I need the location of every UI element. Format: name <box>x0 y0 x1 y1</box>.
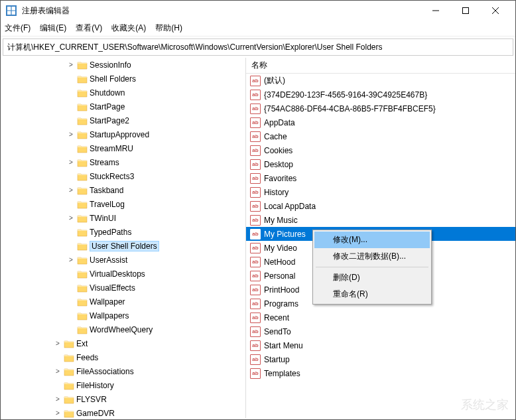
expand-icon[interactable]: > <box>54 409 62 417</box>
list-item[interactable]: abStartup <box>246 352 515 366</box>
list-item[interactable]: abFavorites <box>246 171 515 185</box>
tree-item-label: FLYSVR <box>76 395 107 404</box>
list-item[interactable]: abAppData <box>246 115 515 129</box>
value-name: {374DE290-123F-4565-9164-39C4925E467B} <box>264 90 427 100</box>
column-name: 名称 <box>251 60 267 71</box>
tree-item-label: Shell Folders <box>90 74 136 84</box>
menu-rename[interactable]: 重命名(R) <box>314 286 430 303</box>
folder-icon <box>77 214 88 223</box>
tree-item[interactable]: WordWheelQuery <box>1 322 245 336</box>
list-item[interactable]: abCache <box>246 129 515 143</box>
tree-item-label: Ext <box>76 339 88 348</box>
tree-item[interactable]: VirtualDesktops <box>1 267 245 281</box>
folder-icon <box>77 283 88 293</box>
list-item[interactable]: ab(默认) <box>246 74 515 88</box>
folder-icon <box>77 102 88 111</box>
list-item[interactable]: abCookies <box>246 143 515 157</box>
content-area: >SessionInfoShell FoldersShutdownStartPa… <box>1 58 515 418</box>
menu-file[interactable]: 文件(F) <box>5 23 31 34</box>
value-name: Startup <box>264 355 290 364</box>
tree-item[interactable]: User Shell Folders <box>1 239 245 253</box>
tree-item[interactable]: Feeds <box>1 350 245 364</box>
tree-item[interactable]: FileHistory <box>1 378 245 392</box>
string-value-icon: ab <box>250 76 261 86</box>
string-value-icon: ab <box>250 243 261 253</box>
list-item[interactable]: abTemplates <box>246 366 515 380</box>
list-item[interactable]: abDesktop <box>246 157 515 171</box>
tree-item[interactable]: StuckRects3 <box>1 169 245 183</box>
menu-edit[interactable]: 编辑(E) <box>40 23 66 34</box>
expand-icon[interactable]: > <box>54 340 62 347</box>
folder-icon <box>64 353 74 362</box>
tree-scroll[interactable]: >SessionInfoShell FoldersShutdownStartPa… <box>1 58 245 418</box>
list-item[interactable]: abRecent <box>246 311 515 324</box>
tree-item[interactable]: TypedPaths <box>1 225 245 239</box>
tree-item[interactable]: >SessionInfo <box>1 58 245 72</box>
expand-icon[interactable]: > <box>67 186 75 194</box>
expand-icon[interactable]: > <box>54 368 62 375</box>
tree-item[interactable]: StreamMRU <box>1 141 245 155</box>
expand-icon[interactable]: > <box>67 131 75 138</box>
menu-modify-binary[interactable]: 修改二进制数据(B)... <box>314 248 430 265</box>
context-menu: 修改(M)... 修改二进制数据(B)... 删除(D) 重命名(R) <box>312 230 432 305</box>
list-item[interactable]: ab{754AC886-DF64-4CBA-86B5-F7FBF4FBCEF5} <box>246 102 515 115</box>
value-name: (默认) <box>264 75 285 86</box>
tree-item[interactable]: >Streams <box>1 155 245 169</box>
tree-item[interactable]: Shutdown <box>1 86 245 100</box>
expand-icon[interactable]: > <box>54 395 62 403</box>
list-item[interactable]: ab{374DE290-123F-4565-9164-39C4925E467B} <box>246 88 515 102</box>
tree-item[interactable]: Wallpaper <box>1 295 245 309</box>
menu-delete[interactable]: 删除(D) <box>314 269 430 286</box>
list-item[interactable]: abStart Menu <box>246 338 515 352</box>
folder-icon <box>64 367 74 376</box>
list-header[interactable]: 名称 <box>246 58 515 74</box>
tree-item-label: StartupApproved <box>90 130 149 139</box>
maximize-button[interactable] <box>450 1 480 20</box>
tree-item-label: StartPage2 <box>90 116 129 125</box>
tree-item[interactable]: StartPage <box>1 100 245 113</box>
menu-view[interactable]: 查看(V) <box>76 23 102 34</box>
window-controls <box>420 1 510 20</box>
menu-help[interactable]: 帮助(H) <box>155 23 182 34</box>
folder-icon <box>77 311 88 320</box>
menu-favorites[interactable]: 收藏夹(A) <box>111 23 146 34</box>
folder-icon <box>64 339 74 348</box>
tree-item[interactable]: >Taskband <box>1 183 245 197</box>
string-value-icon: ab <box>250 145 261 156</box>
menu-modify[interactable]: 修改(M)... <box>314 232 430 248</box>
list-item[interactable]: abMy Music <box>246 213 515 227</box>
tree-item[interactable]: >TWinUI <box>1 211 245 225</box>
tree-item[interactable]: VisualEffects <box>1 281 245 295</box>
list-item[interactable]: abHistory <box>246 185 515 199</box>
tree-item[interactable]: >FileAssociations <box>1 364 245 378</box>
expand-icon[interactable]: > <box>67 256 75 263</box>
expand-icon[interactable]: > <box>67 159 75 166</box>
close-button[interactable] <box>480 1 510 20</box>
folder-icon <box>64 395 74 404</box>
string-value-icon: ab <box>250 354 261 365</box>
tree-item[interactable]: Shell Folders <box>1 72 245 86</box>
tree-item[interactable]: >FLYSVR <box>1 392 245 406</box>
value-name: Local AppData <box>264 202 316 211</box>
value-name: Templates <box>264 369 300 378</box>
tree-item[interactable]: Wallpapers <box>1 309 245 322</box>
tree-item-label: FileHistory <box>76 381 114 390</box>
tree-item[interactable]: >Ext <box>1 336 245 350</box>
tree-item-label: TypedPaths <box>90 228 131 237</box>
minimize-button[interactable] <box>420 1 450 20</box>
tree-item-label: Wallpapers <box>90 311 129 320</box>
expand-icon[interactable]: > <box>67 61 75 68</box>
value-name: PrintHood <box>264 285 299 295</box>
tree-item[interactable]: >GameDVR <box>1 406 245 418</box>
tree-item[interactable]: StartPage2 <box>1 113 245 127</box>
tree-item[interactable]: >UserAssist <box>1 253 245 267</box>
list-item[interactable]: abSendTo <box>246 324 515 338</box>
expand-icon[interactable]: > <box>67 214 75 222</box>
value-name: My Video <box>264 244 297 253</box>
list-item[interactable]: abLocal AppData <box>246 199 515 213</box>
tree-item-label: TWinUI <box>90 214 116 223</box>
address-text: 计算机\HKEY_CURRENT_USER\Software\Microsoft… <box>7 42 383 53</box>
address-bar[interactable]: 计算机\HKEY_CURRENT_USER\Software\Microsoft… <box>3 38 513 56</box>
tree-item[interactable]: >StartupApproved <box>1 127 245 141</box>
tree-item[interactable]: TravelLog <box>1 197 245 211</box>
